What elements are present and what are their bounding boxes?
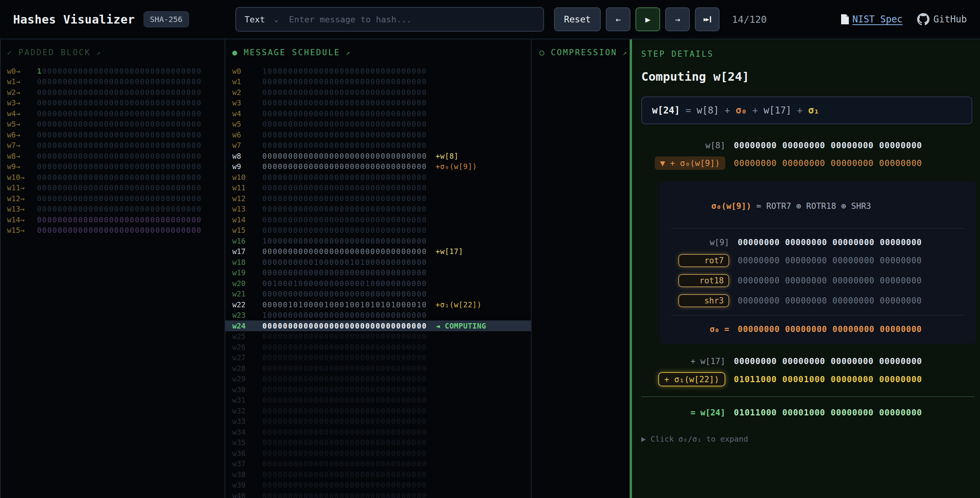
schedule-label: w36: [232, 449, 262, 457]
sigma1-toggle-button[interactable]: + σ₁(w[22]): [658, 372, 725, 386]
padded-block-title: PADDED BLOCK: [19, 48, 91, 57]
schedule-label: w15: [232, 226, 262, 234]
input-mode-label: Text: [245, 15, 265, 24]
schedule-value: 00000000000000000000000000000000: [262, 226, 427, 234]
schedule-value: 00000000000000000000000000000000: [262, 449, 427, 457]
nist-spec-link[interactable]: NIST Spec: [841, 14, 902, 25]
schedule-row-w0: w010000000000000000000000000000000: [225, 66, 531, 76]
schedule-label: w11: [232, 183, 262, 192]
schedule-row-w29: w2900000000000000000000000000000000: [225, 374, 531, 385]
schedule-value: 00000000000000000000000000000000: [262, 290, 427, 298]
schedule-label: w31: [232, 396, 262, 404]
compression-title: COMPRESSION: [551, 48, 617, 57]
schedule-value: 00000000000000000000000000000000: [262, 77, 427, 86]
schedule-value: 00000000000000000000000000000000: [262, 247, 427, 256]
schedule-label: w34: [232, 428, 262, 436]
message-schedule-header[interactable]: ● MESSAGE SCHEDULE ↗: [225, 48, 531, 57]
w8-value: 00000000 00000000 00000000 00000000: [734, 141, 922, 150]
schedule-row-w40: w4000000000000000000000000000000000: [225, 490, 531, 498]
schedule-value: 00000000000000000000000000000000: [262, 130, 427, 139]
schedule-value: 00000000000000000000000000000000: [262, 396, 427, 404]
schedule-value: 00000000000000000000000000000000: [262, 141, 427, 149]
padded-label: w4→: [7, 109, 37, 118]
schedule-row-w36: w3600000000000000000000000000000000: [225, 448, 531, 459]
schedule-row-w26: w2600000000000000000000000000000000: [225, 342, 531, 352]
step-back-button[interactable]: ←: [606, 7, 630, 31]
skip-to-end-icon: ▶▶: [704, 16, 708, 23]
formula-part: σ₁: [808, 105, 819, 116]
sigma0-result-label: σ₀ =: [671, 325, 729, 334]
padded-label: w9→: [7, 162, 37, 171]
schedule-label: w32: [232, 407, 262, 415]
padded-label: w5→: [7, 120, 37, 128]
formula-part: =: [680, 105, 696, 116]
padded-block-header[interactable]: ✓ PADDED BLOCK ↗: [7, 48, 225, 57]
play-button[interactable]: ▶: [635, 7, 660, 31]
padded-label: w12→: [7, 194, 37, 203]
skip-to-end-button[interactable]: ▶▶: [695, 7, 720, 31]
schedule-label: w25: [232, 332, 262, 340]
schedule-label: w13: [232, 205, 262, 213]
schedule-annotation: +w[17]: [436, 247, 463, 256]
schedule-label: w10: [232, 173, 262, 181]
expand-icon: ↗: [346, 49, 351, 57]
schedule-value: 10000000000000000000000000000000: [262, 311, 427, 319]
padded-row-w5: w5→00000000000000000000000000000000: [7, 119, 225, 130]
schedule-value: 00000000000000000000000000000000: [262, 417, 427, 425]
padded-label: w11→: [7, 183, 37, 192]
schedule-row-w33: w3300000000000000000000000000000000: [225, 416, 531, 427]
reset-button[interactable]: Reset: [554, 7, 601, 31]
expansion-title-lhs: σ₀(w[9]): [711, 201, 752, 211]
schedule-row-w37: w3700000000000000000000000000000000: [225, 459, 531, 469]
step-forward-button[interactable]: →: [665, 7, 690, 31]
schedule-annotation: +σ₁(w[22]): [436, 300, 482, 309]
app-title: Hashes Visualizer: [13, 13, 135, 26]
github-link[interactable]: GitHub: [917, 13, 967, 25]
w9-row: w[9] 00000000 00000000 00000000 00000000: [671, 238, 965, 247]
schedule-value: 00000000000000000000000000000000: [262, 459, 427, 468]
padded-value: 00000000000000000000000000000000: [37, 215, 202, 224]
sigma0-result-row: σ₀ = 00000000 00000000 00000000 00000000: [671, 325, 965, 334]
padded-label: w1→: [7, 77, 37, 86]
padded-row-w14: w14→00000000000000000000000000000000: [7, 214, 225, 225]
expand-icon: ↗: [623, 49, 628, 57]
schedule-value: 00000000000000000000000000000000: [262, 194, 427, 203]
schedule-label: w19: [232, 268, 262, 277]
padded-value: 00000000000000000000000000000000: [37, 77, 202, 86]
schedule-value: 00000000000000000000000000000000: [262, 481, 427, 489]
message-input[interactable]: [288, 14, 535, 25]
schedule-row-w10: w1000000000000000000000000000000000: [225, 172, 531, 183]
step-counter: 14/120: [732, 14, 767, 25]
schedule-label: w40: [232, 491, 262, 498]
padded-label: w14→: [7, 215, 37, 224]
schedule-value: 00000000000000000000000000000000: [262, 438, 427, 447]
schedule-label: w18: [232, 258, 262, 266]
padded-row-w7: w7→00000000000000000000000000000000: [7, 140, 225, 151]
input-mode-select[interactable]: Text ⌄: [245, 15, 278, 24]
padded-value: 00000000000000000000000000000000: [37, 162, 202, 171]
schedule-value: 00000000000000000000000000000000: [262, 268, 427, 277]
schedule-row-w22: w2200000101000010001001010101000010+σ₁(w…: [225, 299, 531, 310]
schedule-value: 10000000000000000000000000000000: [262, 67, 427, 75]
filled-dot-icon: ●: [232, 48, 238, 57]
padded-value: 00000000000000000000000000000000: [37, 194, 202, 203]
rot7-row: rot7 00000000 00000000 00000000 00000000: [671, 254, 965, 267]
message-input-group: Text ⌄: [235, 7, 544, 32]
schedule-label: w17: [232, 247, 262, 256]
schedule-row-w14: w1400000000000000000000000000000000: [225, 214, 531, 225]
w17-row: + w[17] 00000000 00000000 00000000 00000…: [641, 356, 980, 366]
schedule-row-w30: w3000000000000000000000000000000000: [225, 384, 531, 395]
schedule-value: 00000000000000000000000000000000: [262, 407, 427, 415]
sigma0-toggle-button[interactable]: ▼ + σ₀(w[9]): [655, 156, 725, 170]
schedule-row-w3: w300000000000000000000000000000000: [225, 98, 531, 108]
compression-header[interactable]: ○ COMPRESSION ↗: [539, 48, 630, 57]
schedule-label: w1: [232, 77, 262, 86]
padded-value: 10000000000000000000000000000000: [37, 67, 202, 75]
schedule-value: 00000000000000000000000000000000: [262, 343, 427, 351]
expand-hint: ▶ Click σ₀/σ₁ to expand: [641, 434, 980, 444]
sigma0-expansion-box: σ₀(w[9]) = ROTR7 ⊕ ROTR18 ⊕ SHR3 w[9] 00…: [660, 181, 976, 344]
padded-row-w11: w11→00000000000000000000000000000000: [7, 183, 225, 193]
schedule-row-w16: w1610000000000000000000000000000000: [225, 235, 531, 246]
schedule-value: 00000000000000000000000000000000: [262, 183, 427, 192]
schedule-label: w4: [232, 109, 262, 118]
